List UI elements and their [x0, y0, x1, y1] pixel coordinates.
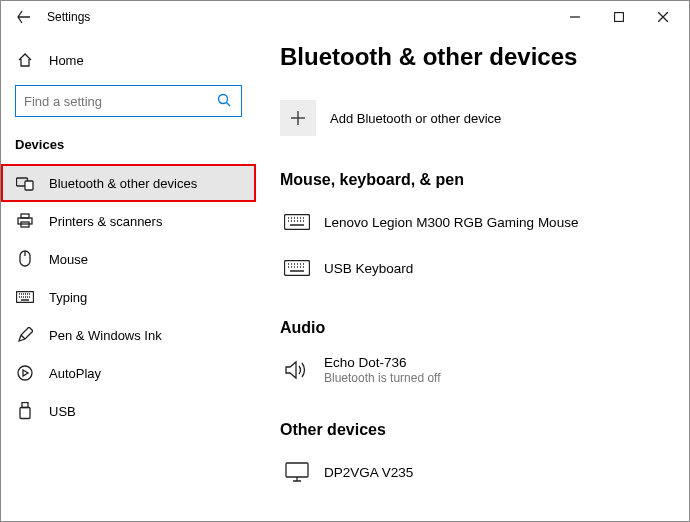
sidebar: Home Devices Bluetooth & other devices P…	[1, 33, 256, 521]
window-title: Settings	[47, 10, 90, 24]
printer-icon	[15, 211, 35, 231]
sidebar-item-label: USB	[49, 404, 76, 419]
pen-icon	[15, 325, 35, 345]
svg-rect-5	[21, 214, 29, 218]
close-button[interactable]	[641, 2, 685, 32]
speaker-icon	[280, 360, 314, 380]
window-titlebar: Settings	[1, 1, 689, 33]
search-icon	[217, 93, 233, 109]
sidebar-item-label: AutoPlay	[49, 366, 101, 381]
svg-rect-14	[286, 463, 308, 477]
sidebar-item-label: Pen & Windows Ink	[49, 328, 162, 343]
svg-rect-4	[18, 218, 32, 224]
svg-rect-13	[285, 261, 310, 276]
svg-point-9	[18, 366, 32, 380]
device-sublabel: Bluetooth is turned off	[324, 371, 441, 385]
section-heading-mouse: Mouse, keyboard, & pen	[280, 171, 665, 189]
main-content: Bluetooth & other devices Add Bluetooth …	[256, 33, 689, 521]
sidebar-item-label: Typing	[49, 290, 87, 305]
sidebar-item-label: Bluetooth & other devices	[49, 176, 197, 191]
page-title: Bluetooth & other devices	[280, 43, 665, 71]
sidebar-item-printers[interactable]: Printers & scanners	[1, 202, 256, 240]
sidebar-item-pen[interactable]: Pen & Windows Ink	[1, 316, 256, 354]
device-row[interactable]: USB Keyboard	[280, 245, 665, 291]
svg-rect-3	[25, 181, 33, 190]
section-heading-audio: Audio	[280, 319, 665, 337]
autoplay-icon	[15, 363, 35, 383]
sidebar-item-bluetooth[interactable]: Bluetooth & other devices	[1, 164, 256, 202]
svg-point-1	[219, 95, 228, 104]
svg-rect-10	[22, 403, 28, 408]
device-row[interactable]: Lenovo Legion M300 RGB Gaming Mouse	[280, 199, 665, 245]
sidebar-item-usb[interactable]: USB	[1, 392, 256, 430]
add-device-button[interactable]: Add Bluetooth or other device	[280, 93, 665, 143]
monitor-icon	[280, 462, 314, 482]
sidebar-item-label: Printers & scanners	[49, 214, 162, 229]
svg-rect-0	[615, 13, 624, 22]
device-row[interactable]: DP2VGA V235	[280, 449, 665, 495]
section-heading-other: Other devices	[280, 421, 665, 439]
sidebar-item-label: Home	[49, 53, 84, 68]
home-icon	[15, 50, 35, 70]
search-input[interactable]	[24, 94, 217, 109]
svg-rect-11	[20, 408, 30, 419]
maximize-button[interactable]	[597, 2, 641, 32]
search-input-container[interactable]	[15, 85, 242, 117]
sidebar-item-mouse[interactable]: Mouse	[1, 240, 256, 278]
keyboard-icon	[15, 287, 35, 307]
plus-icon	[280, 100, 316, 136]
mouse-icon	[15, 249, 35, 269]
device-row[interactable]: Echo Dot-736 Bluetooth is turned off	[280, 347, 665, 393]
keyboard-icon	[280, 260, 314, 276]
sidebar-section-label: Devices	[1, 131, 256, 164]
add-device-label: Add Bluetooth or other device	[330, 111, 501, 126]
device-label: Echo Dot-736	[324, 355, 441, 370]
devices-icon	[15, 173, 35, 193]
minimize-button[interactable]	[553, 2, 597, 32]
sidebar-item-home[interactable]: Home	[1, 41, 256, 79]
device-label: Lenovo Legion M300 RGB Gaming Mouse	[324, 215, 578, 230]
sidebar-item-label: Mouse	[49, 252, 88, 267]
svg-rect-12	[285, 215, 310, 230]
device-label: DP2VGA V235	[324, 465, 413, 480]
sidebar-item-autoplay[interactable]: AutoPlay	[1, 354, 256, 392]
sidebar-item-typing[interactable]: Typing	[1, 278, 256, 316]
back-button[interactable]	[13, 10, 35, 24]
keyboard-icon	[280, 214, 314, 230]
device-label: USB Keyboard	[324, 261, 413, 276]
usb-icon	[15, 401, 35, 421]
